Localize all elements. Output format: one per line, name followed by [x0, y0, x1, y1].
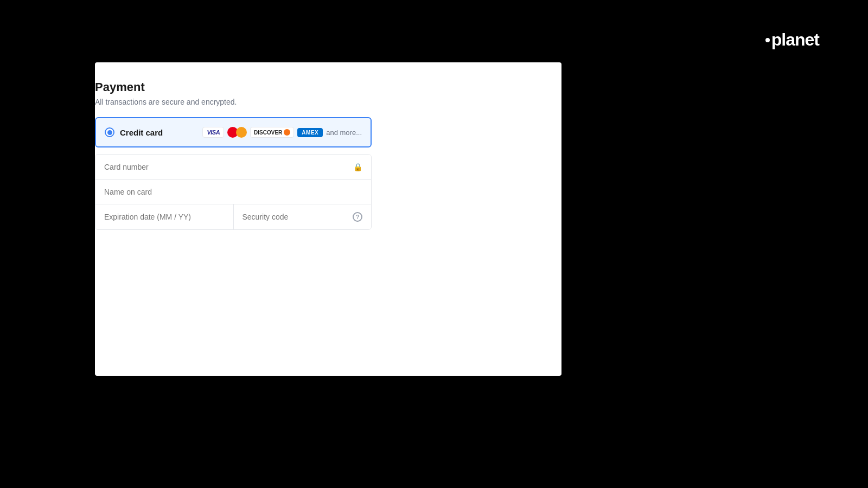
name-on-card-field[interactable]	[95, 180, 371, 204]
logo-text: planet	[771, 30, 819, 50]
expiration-date-field[interactable]	[95, 204, 234, 229]
card-number-field[interactable]	[95, 155, 371, 180]
planet-logo: planet	[765, 30, 819, 50]
visa-logo: VISA	[202, 127, 224, 138]
discover-text: DISCOVER	[254, 130, 282, 136]
bottom-fields-row: ?	[95, 204, 371, 229]
credit-card-radio[interactable]	[105, 127, 114, 137]
security-code-field[interactable]: ?	[234, 204, 372, 229]
payment-subtitle: All transactions are secure and encrypte…	[95, 98, 372, 106]
and-more-text: and more...	[326, 129, 362, 137]
expiration-input[interactable]	[104, 213, 225, 221]
credit-card-left: Credit card	[105, 127, 163, 137]
payment-section: Payment All transactions are secure and …	[95, 80, 372, 230]
mastercard-logo	[227, 126, 247, 139]
credit-card-label: Credit card	[120, 128, 163, 137]
lock-icon	[353, 162, 362, 172]
logo-dot	[765, 38, 770, 42]
payment-title: Payment	[95, 80, 372, 94]
card-logos: VISA DISCOVER AMEX and more...	[202, 126, 362, 139]
credit-card-option[interactable]: Credit card VISA DISCOVER AMEX and more.…	[95, 117, 372, 147]
card-form-fields: ?	[95, 154, 372, 230]
card-number-input[interactable]	[104, 163, 353, 171]
discover-logo: DISCOVER	[250, 127, 294, 138]
amex-logo: AMEX	[297, 128, 323, 137]
discover-dot	[284, 129, 290, 136]
name-on-card-input[interactable]	[104, 188, 362, 196]
security-code-help-icon[interactable]: ?	[353, 212, 362, 222]
mc-right-circle	[236, 127, 247, 138]
security-code-input[interactable]	[242, 213, 353, 221]
